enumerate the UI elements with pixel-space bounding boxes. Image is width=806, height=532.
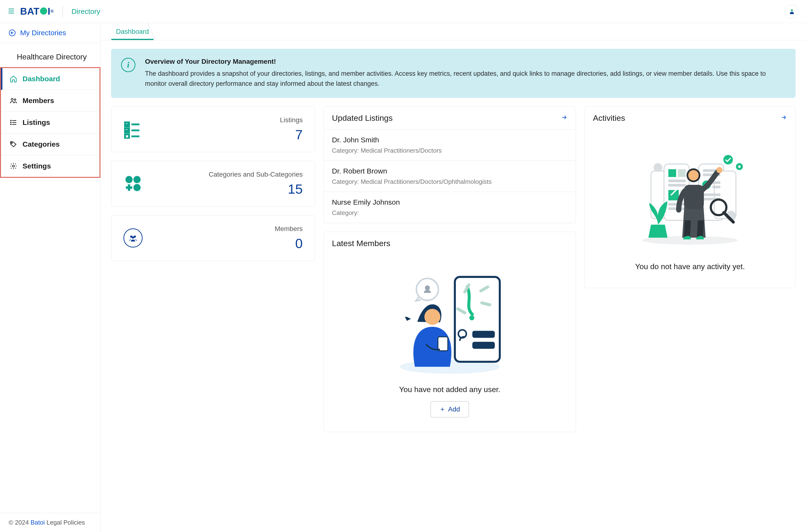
sidebar-item-categories[interactable]: Categories (1, 133, 99, 155)
svg-rect-19 (125, 134, 129, 138)
svg-point-64 (688, 170, 698, 180)
svg-point-66 (716, 167, 722, 173)
footer-brand-link[interactable]: Batoi (31, 519, 44, 526)
sidebar: My Directories Healthcare Directory Dash… (0, 23, 101, 532)
svg-point-36 (425, 285, 430, 290)
sidebar-item-label: Listings (22, 118, 50, 127)
empty-members-text: You have not added any user. (332, 385, 568, 394)
overview-body: The dashboard provides a snapshot of you… (145, 69, 786, 89)
back-label: My Directories (20, 29, 66, 37)
activities-panel: Activities (584, 107, 795, 288)
empty-activities-text: You do not have any activity yet. (593, 262, 787, 271)
breadcrumb-tabs: Dashboard (101, 23, 806, 40)
home-icon (9, 75, 17, 83)
svg-point-13 (11, 142, 12, 144)
app-name-link[interactable]: Directory (62, 6, 100, 17)
svg-point-5 (11, 98, 13, 100)
stat-card-listings: Listings 7 (111, 107, 315, 152)
svg-point-61 (738, 165, 741, 168)
svg-point-12 (11, 124, 11, 125)
listing-row[interactable]: Nurse Emily Johnson Category: (324, 192, 576, 223)
sidebar-nav-group: Dashboard Members Listings Categories Se… (0, 67, 100, 178)
svg-rect-44 (668, 179, 686, 182)
add-member-button[interactable]: Add (430, 401, 469, 417)
listing-row[interactable]: Dr. John Smith Category: Medical Practit… (324, 130, 576, 161)
categories-icon (123, 174, 142, 193)
sidebar-item-label: Settings (22, 162, 51, 170)
listing-name: Nurse Emily Johnson (332, 198, 568, 206)
gear-icon (9, 162, 17, 170)
svg-point-23 (134, 184, 141, 191)
svg-point-11 (11, 122, 11, 123)
svg-point-26 (132, 236, 134, 239)
svg-rect-53 (712, 181, 721, 184)
menu-toggle-button[interactable] (7, 7, 15, 16)
svg-point-29 (469, 315, 474, 320)
stat-value: 15 (142, 181, 303, 197)
stat-value: 0 (142, 235, 303, 251)
svg-rect-28 (455, 277, 499, 362)
stat-card-categories: Categories and Sub-Categories 15 (111, 161, 315, 207)
tab-notch-decoration (154, 23, 163, 40)
sidebar-item-dashboard[interactable]: Dashboard (1, 68, 99, 90)
empty-activities-illustration (634, 141, 746, 252)
plus-icon (440, 406, 445, 412)
directory-title: Healthcare Directory (0, 43, 100, 67)
svg-rect-55 (703, 193, 720, 196)
svg-rect-43 (678, 169, 686, 177)
listing-category: Category: (332, 209, 568, 217)
svg-point-33 (424, 309, 440, 325)
view-all-activities-link[interactable] (780, 114, 787, 122)
stat-label: Members (142, 225, 303, 233)
panel-title: Latest Members (332, 239, 390, 248)
logo[interactable]: BAT I ® (20, 6, 54, 17)
stat-label: Listings (142, 116, 303, 124)
svg-rect-54 (712, 186, 721, 188)
footer-legal: Legal Policies (45, 519, 85, 526)
svg-rect-31 (472, 331, 495, 338)
svg-point-59 (723, 155, 733, 165)
svg-point-10 (11, 120, 11, 121)
overview-title: Overview of Your Directory Management! (145, 58, 786, 65)
overview-banner: i Overview of Your Directory Management!… (111, 49, 795, 98)
copyright-prefix: © 2024 (8, 519, 31, 526)
sidebar-item-members[interactable]: Members (1, 90, 99, 112)
svg-point-22 (134, 176, 141, 183)
listing-row[interactable]: Dr. Robert Brown Category: Medical Pract… (324, 161, 576, 192)
topbar: BAT I ® Directory (0, 0, 806, 23)
sidebar-item-settings[interactable]: Settings (1, 155, 99, 177)
checklist-icon (123, 119, 142, 139)
svg-point-57 (654, 163, 662, 172)
stat-label: Categories and Sub-Categories (142, 171, 303, 178)
sidebar-item-label: Members (22, 97, 54, 105)
logo-text-suffix: I (48, 6, 51, 17)
sidebar-item-listings[interactable]: Listings (1, 112, 99, 133)
listing-name: Dr. John Smith (332, 136, 568, 144)
logo-badge-icon (40, 7, 47, 15)
latest-members-panel: Latest Members (324, 232, 576, 432)
main-content: Dashboard i Overview of Your Directory M… (101, 23, 806, 532)
panel-title: Activities (593, 113, 625, 123)
listing-category: Category: Medical Practitioners/Doctors (332, 147, 568, 154)
info-icon: i (121, 58, 135, 72)
svg-point-21 (126, 176, 133, 183)
add-button-label: Add (448, 405, 460, 413)
logo-registered-icon: ® (50, 9, 54, 14)
logo-text-prefix: BAT (20, 6, 40, 17)
sidebar-item-label: Dashboard (22, 75, 60, 83)
svg-point-6 (14, 99, 16, 101)
users-icon (9, 97, 17, 104)
listing-category: Category: Medical Practitioners/Doctors/… (332, 178, 568, 186)
svg-point-3 (791, 9, 793, 11)
view-all-listings-link[interactable] (561, 114, 568, 122)
tab-dashboard[interactable]: Dashboard (111, 23, 154, 40)
sidebar-item-label: Categories (22, 140, 60, 148)
footer: © 2024 Batoi Legal Policies (0, 513, 100, 532)
tag-icon (9, 140, 17, 148)
panel-title: Updated Listings (332, 113, 392, 123)
back-to-directories-link[interactable]: My Directories (0, 23, 100, 43)
svg-rect-46 (668, 190, 679, 200)
stat-card-members: Members 0 (111, 215, 315, 261)
empty-members-illustration (390, 267, 510, 377)
user-menu-button[interactable] (785, 4, 799, 18)
